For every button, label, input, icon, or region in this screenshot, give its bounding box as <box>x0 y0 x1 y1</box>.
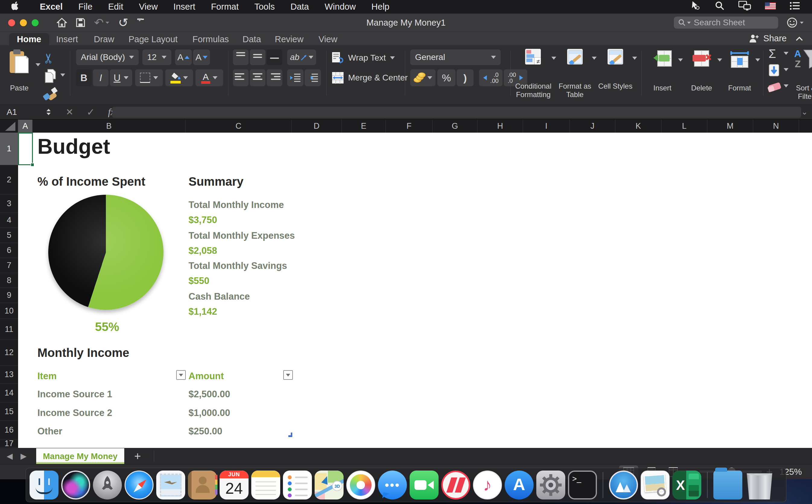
us-flag-icon[interactable] <box>765 2 776 12</box>
delete-cells-button[interactable] <box>687 50 717 67</box>
col-header-A[interactable]: A <box>18 120 33 133</box>
displays-icon[interactable] <box>738 1 751 13</box>
income-row-item[interactable]: Income Source 1 <box>37 389 112 400</box>
row-header-10[interactable]: 10 <box>0 303 18 319</box>
increase-indent-button[interactable] <box>305 69 321 86</box>
fill-dropdown-icon[interactable] <box>784 68 788 71</box>
row-header-16[interactable]: 16 <box>0 421 18 439</box>
formula-input[interactable] <box>112 107 801 118</box>
search-sheet-input[interactable]: Search Sheet <box>674 17 778 29</box>
tab-page-layout[interactable]: Page Layout <box>121 33 185 45</box>
tab-draw[interactable]: Draw <box>86 33 122 45</box>
launchpad-dock-icon[interactable] <box>93 471 122 499</box>
autosum-dropdown-icon[interactable] <box>784 52 788 55</box>
col-header-K[interactable]: K <box>615 120 662 133</box>
income-header-item[interactable]: Item <box>37 371 57 382</box>
increase-font-size-button[interactable]: A <box>175 49 192 65</box>
contacts-dock-icon[interactable] <box>188 471 217 499</box>
row-header-5[interactable]: 5 <box>0 228 18 243</box>
row-header-7[interactable]: 7 <box>0 258 18 273</box>
align-bottom-button[interactable] <box>267 49 282 65</box>
app-store-dock-icon[interactable]: A <box>505 471 534 499</box>
app-cleaner-dock-icon[interactable] <box>609 471 638 499</box>
number-format-select[interactable]: General <box>410 49 501 65</box>
align-middle-button[interactable] <box>250 49 265 65</box>
col-header-J[interactable]: J <box>570 120 615 133</box>
summary-section-title[interactable]: Summary <box>188 175 243 188</box>
col-header-L[interactable]: L <box>662 120 707 133</box>
col-header-B[interactable]: B <box>33 120 185 133</box>
reminders-dock-icon[interactable] <box>283 471 312 499</box>
font-name-select[interactable]: Arial (Body) <box>76 49 139 65</box>
text-orientation-button[interactable]: ab <box>287 49 316 65</box>
terminal-dock-icon[interactable]: >_ <box>568 471 597 499</box>
trash-dock-icon[interactable] <box>745 471 774 499</box>
align-right-button[interactable] <box>267 69 282 86</box>
row-header-13[interactable]: 13 <box>0 366 18 384</box>
percent-format-button[interactable]: % <box>438 69 456 86</box>
menu-item-edit[interactable]: Edit <box>100 2 131 12</box>
decrease-font-size-button[interactable]: A <box>193 49 210 65</box>
music-dock-icon[interactable]: ♪ <box>473 471 502 499</box>
mail-dock-icon[interactable] <box>156 471 185 499</box>
paste-button[interactable] <box>9 49 33 85</box>
insert-cells-button[interactable] <box>647 50 678 67</box>
select-all-corner[interactable] <box>0 120 18 133</box>
summary-label[interactable]: Cash Balance <box>188 291 250 302</box>
font-size-select[interactable]: 12 <box>142 49 171 65</box>
tab-insert[interactable]: Insert <box>48 33 86 45</box>
align-left-button[interactable] <box>233 69 248 86</box>
list-icon[interactable] <box>790 2 800 12</box>
format-cells-button[interactable] <box>725 50 755 68</box>
menu-item-file[interactable]: File <box>71 2 100 12</box>
apple-menu-icon[interactable] <box>11 1 19 12</box>
col-header-G[interactable]: G <box>433 120 478 133</box>
photos-dock-icon[interactable] <box>346 471 375 499</box>
pie-percent-label[interactable]: 55% <box>86 320 128 334</box>
fill-color-button[interactable] <box>165 69 193 86</box>
prev-sheet-icon[interactable]: ◀ <box>7 452 13 461</box>
menu-item-excel[interactable]: Excel <box>32 2 71 12</box>
system-preferences-dock-icon[interactable] <box>536 471 565 499</box>
tab-review[interactable]: Review <box>267 33 311 45</box>
borders-button[interactable] <box>135 69 163 86</box>
menu-item-help[interactable]: Help <box>363 2 397 12</box>
col-header-D[interactable]: D <box>292 120 342 133</box>
search-icon[interactable] <box>715 1 725 13</box>
pie-section-title[interactable]: % of Income Spent <box>37 175 145 188</box>
tab-view[interactable]: View <box>311 33 345 45</box>
increase-decimal-button[interactable]: .0.00 <box>479 69 503 86</box>
paste-dropdown-icon[interactable] <box>36 63 40 66</box>
copy-dropdown-icon[interactable] <box>60 74 65 77</box>
col-header-E[interactable]: E <box>342 120 386 133</box>
finder-dock-icon[interactable] <box>30 471 58 499</box>
row-header-15[interactable]: 15 <box>0 402 18 421</box>
row-header-9[interactable]: 9 <box>0 288 18 303</box>
row-header-4[interactable]: 4 <box>0 213 18 228</box>
income-row-item[interactable]: Income Source 2 <box>37 408 112 418</box>
col-header-I[interactable]: I <box>523 120 570 133</box>
merge-center-button[interactable]: Merge & Center <box>332 72 417 84</box>
menu-item-window[interactable]: Window <box>317 2 363 12</box>
facetime-dock-icon[interactable] <box>410 471 439 499</box>
siri-dock-icon[interactable] <box>61 471 90 499</box>
summary-value[interactable]: $1,142 <box>188 306 217 317</box>
next-sheet-icon[interactable]: ▶ <box>21 452 27 461</box>
name-box[interactable]: A1 <box>0 107 45 117</box>
row-header-6[interactable]: 6 <box>0 243 18 258</box>
conditional-formatting-button[interactable]: ≠ <box>517 49 550 65</box>
col-header-C[interactable]: C <box>185 120 292 133</box>
share-button[interactable]: Share <box>749 32 803 45</box>
income-section-title[interactable]: Monthly Income <box>37 346 129 360</box>
cancel-icon[interactable]: ✕ <box>66 107 73 117</box>
table-resize-handle[interactable] <box>288 433 292 437</box>
italic-button[interactable]: I <box>93 69 109 86</box>
safari-dock-icon[interactable] <box>125 471 153 499</box>
menu-item-tools[interactable]: Tools <box>246 2 283 12</box>
menu-item-insert[interactable]: Insert <box>166 2 203 12</box>
row-header-14[interactable]: 14 <box>0 384 18 402</box>
bold-button[interactable]: B <box>76 69 92 86</box>
row-header-12[interactable]: 12 <box>0 340 18 366</box>
pointer-icon[interactable] <box>691 1 701 13</box>
row-header-8[interactable]: 8 <box>0 273 18 288</box>
